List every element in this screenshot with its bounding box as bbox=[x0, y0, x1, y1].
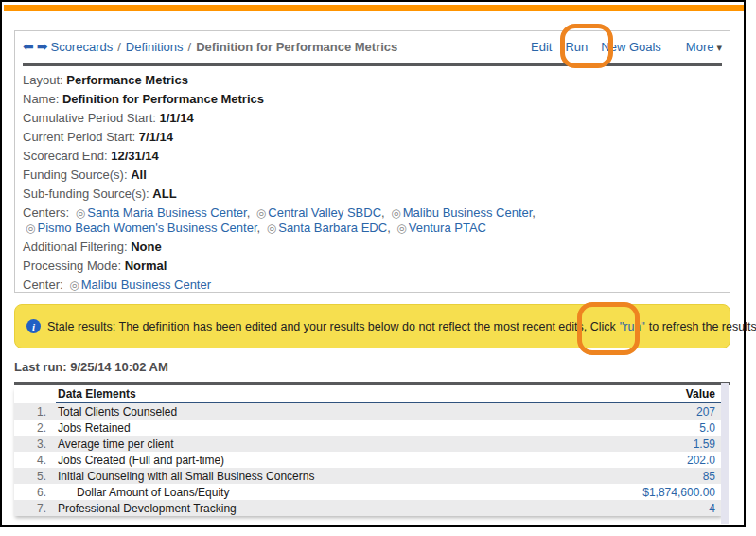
data-element-value[interactable]: 1.59 bbox=[592, 438, 723, 451]
detail-field: Scorecard End: 12/31/14 bbox=[23, 149, 722, 164]
row-body: Jobs Created (Full and part-time)202.0 bbox=[56, 452, 723, 468]
field-label: Current Period Start: bbox=[23, 130, 139, 144]
table-header-row: Data Elements Value bbox=[14, 386, 723, 403]
table-row: 2.Jobs Retained5.0 bbox=[14, 420, 723, 436]
center-link[interactable]: Malibu Business Center bbox=[403, 205, 533, 220]
value-header: Value bbox=[592, 387, 723, 401]
row-number: 6. bbox=[14, 486, 56, 499]
centers-list: ◎Santa Maria Business Center, ◎Central V… bbox=[23, 205, 536, 235]
row-number: 2. bbox=[14, 421, 56, 435]
definition-panel: ⬅ ➡ Scorecards / Definitions / Definitio… bbox=[14, 30, 730, 293]
row-body: Initial Counseling with all Small Busine… bbox=[56, 468, 723, 484]
centers-field: Centers: ◎Santa Maria Business Center, ◎… bbox=[23, 205, 722, 236]
data-element-value[interactable]: 202.0 bbox=[592, 454, 723, 467]
table-row: 4.Jobs Created (Full and part-time)202.0 bbox=[14, 452, 723, 468]
detail-field: Additional Filtering: None bbox=[23, 240, 722, 255]
field-value: Performance Metrics bbox=[66, 73, 188, 87]
table-row: 5.Initial Counseling with all Small Busi… bbox=[14, 468, 723, 484]
chevron-down-icon: ▾ bbox=[716, 42, 722, 53]
center-bullseye-icon: ◎ bbox=[267, 222, 276, 235]
detail-field: Name: Definition for Performance Metrics bbox=[23, 92, 722, 107]
field-value: All bbox=[131, 168, 147, 182]
center-link[interactable]: Ventura PTAC bbox=[409, 221, 486, 235]
detail-field: Sub-funding Source(s): ALL bbox=[23, 187, 722, 202]
breadcrumb: ⬅ ➡ Scorecards / Definitions / Definitio… bbox=[23, 35, 722, 58]
field-value: Definition for Performance Metrics bbox=[62, 92, 264, 106]
center-link[interactable]: Malibu Business Center bbox=[81, 277, 211, 292]
centers-comma: , bbox=[247, 205, 254, 220]
data-element-name: Jobs Created (Full and part-time) bbox=[56, 454, 592, 467]
detail-field: Cumulative Period Start: 1/1/14 bbox=[23, 111, 722, 126]
data-element-value[interactable]: 4 bbox=[592, 502, 723, 515]
content-area: ⬅ ➡ Scorecards / Definitions / Definitio… bbox=[4, 11, 746, 523]
data-element-value[interactable]: 5.0 bbox=[592, 421, 723, 435]
page-title: Definition for Performance Metrics bbox=[196, 40, 397, 54]
center-item: ◎Pismo Beach Women's Business Center bbox=[23, 221, 257, 235]
center-bullseye-icon: ◎ bbox=[256, 206, 266, 220]
center-link[interactable]: Santa Maria Business Center bbox=[87, 205, 246, 220]
center-item: ◎Santa Maria Business Center bbox=[73, 205, 247, 220]
center-item: ◎Santa Barbara EDC bbox=[264, 221, 387, 235]
data-element-name: Professional Development Tracking bbox=[56, 502, 592, 515]
banner-run-link[interactable]: "run" bbox=[620, 320, 645, 333]
field-label: Layout: bbox=[23, 73, 66, 87]
action-links: Edit Run New Goals More▾ bbox=[531, 40, 722, 54]
table-top-divider bbox=[14, 382, 730, 385]
banner-text-before: Stale results: The definition has been e… bbox=[47, 320, 616, 333]
centers-comma: , bbox=[532, 205, 536, 220]
more-menu[interactable]: More▾ bbox=[686, 40, 722, 54]
forward-arrow-icon[interactable]: ➡ bbox=[37, 39, 48, 54]
center-link[interactable]: Pismo Beach Women's Business Center bbox=[37, 221, 256, 235]
back-arrow-icon[interactable]: ⬅ bbox=[23, 39, 34, 54]
data-element-value[interactable]: 85 bbox=[592, 470, 723, 483]
field-value: Normal bbox=[125, 259, 167, 273]
row-body: Professional Development Tracking4 bbox=[56, 500, 723, 516]
data-element-value[interactable]: $1,874,600.00 bbox=[592, 486, 723, 499]
breadcrumb-separator: / bbox=[188, 40, 192, 54]
run-link[interactable]: Run bbox=[565, 40, 588, 54]
table-row: 3.Average time per client1.59 bbox=[14, 436, 723, 452]
detail-field: Layout: Performance Metrics bbox=[23, 73, 722, 88]
screenshot-frame-border: ⬅ ➡ Scorecards / Definitions / Definitio… bbox=[0, 0, 746, 527]
center-bullseye-icon: ◎ bbox=[391, 206, 400, 220]
row-number: 7. bbox=[14, 502, 56, 515]
more-label: More bbox=[686, 40, 714, 54]
center-link[interactable]: Central Valley SBDC bbox=[268, 205, 381, 220]
data-element-name: Initial Counseling with all Small Busine… bbox=[56, 470, 592, 483]
center-link[interactable]: Santa Barbara EDC bbox=[278, 221, 387, 235]
detail-fields-top: Layout: Performance MetricsName: Definit… bbox=[23, 73, 722, 202]
detail-field: Current Period Start: 7/1/14 bbox=[23, 130, 722, 145]
field-label: Additional Filtering: bbox=[23, 240, 131, 254]
new-goals-link[interactable]: New Goals bbox=[601, 40, 661, 54]
field-label: Sub-funding Source(s): bbox=[23, 187, 152, 201]
row-body: Average time per client1.59 bbox=[56, 436, 723, 452]
field-value: 1/1/14 bbox=[160, 111, 194, 125]
table-body: 1.Total Clients Counseled2072.Jobs Retai… bbox=[14, 403, 723, 516]
data-element-name: Dollar Amount of Loans/Equity bbox=[56, 486, 592, 499]
table-row: 1.Total Clients Counseled207 bbox=[14, 403, 723, 420]
stale-results-banner: i Stale results: The definition has been… bbox=[14, 304, 730, 348]
field-label: Cumulative Period Start: bbox=[23, 111, 160, 125]
field-value: 7/1/14 bbox=[139, 130, 173, 144]
field-value: 12/31/14 bbox=[111, 149, 159, 163]
data-element-name: Total Clients Counseled bbox=[56, 405, 592, 419]
field-value: ALL bbox=[152, 187, 176, 201]
scrollbar-track[interactable] bbox=[721, 383, 729, 524]
row-number: 5. bbox=[14, 470, 56, 483]
field-value: None bbox=[131, 240, 162, 254]
detail-fields-bottom: Additional Filtering: NoneProcessing Mod… bbox=[23, 240, 722, 274]
breadcrumb-scorecards[interactable]: Scorecards bbox=[50, 40, 113, 54]
centers-comma: , bbox=[257, 221, 264, 235]
breadcrumb-definitions[interactable]: Definitions bbox=[126, 40, 184, 54]
edit-link[interactable]: Edit bbox=[531, 40, 552, 54]
data-element-value[interactable]: 207 bbox=[592, 405, 723, 419]
field-label: Name: bbox=[23, 92, 62, 106]
table-row: 6.Dollar Amount of Loans/Equity$1,874,60… bbox=[14, 484, 723, 500]
table-row: 7.Professional Development Tracking4 bbox=[14, 500, 723, 516]
field-label: Scorecard End: bbox=[23, 149, 111, 163]
center-bullseye-icon: ◎ bbox=[69, 278, 79, 292]
breadcrumb-separator: / bbox=[117, 40, 121, 54]
row-number: 4. bbox=[14, 454, 56, 467]
row-body: Dollar Amount of Loans/Equity$1,874,600.… bbox=[56, 484, 723, 500]
center-item: ◎Malibu Business Center bbox=[388, 205, 532, 220]
